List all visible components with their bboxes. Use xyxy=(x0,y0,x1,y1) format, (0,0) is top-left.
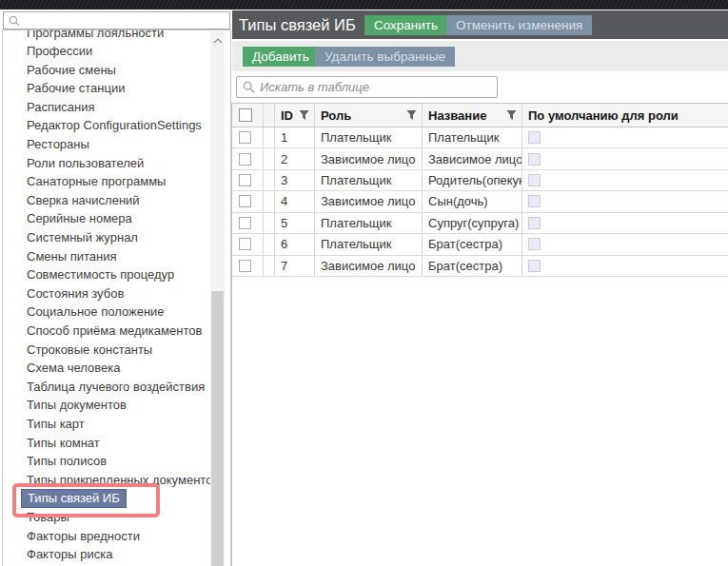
default-for-role-checkbox[interactable] xyxy=(528,131,541,144)
save-button[interactable]: Сохранить xyxy=(364,15,447,35)
row-checkbox[interactable] xyxy=(239,238,251,250)
column-header-id[interactable]: ID xyxy=(275,104,315,127)
row-checkbox[interactable] xyxy=(239,217,251,229)
cell-name[interactable]: Родитель(опекун) xyxy=(423,170,522,190)
cancel-changes-button[interactable]: Отменить изменения xyxy=(446,15,592,35)
sidebar-item-selected[interactable]: Типы связей ИБ xyxy=(3,489,210,508)
sidebar-item[interactable]: Редактор ConfigurationSettings xyxy=(3,116,210,135)
sidebar-item[interactable]: Санаторные программы xyxy=(3,172,210,191)
sidebar-item[interactable]: Смены питания xyxy=(3,247,210,266)
sidebar-item[interactable]: Типы карт xyxy=(3,415,210,434)
cell-id[interactable]: 4 xyxy=(275,191,315,211)
sidebar-item[interactable]: Рабочие смены xyxy=(3,61,210,80)
default-for-role-checkbox[interactable] xyxy=(528,217,541,229)
row-checkbox[interactable] xyxy=(239,153,251,166)
default-for-role-checkbox[interactable] xyxy=(528,195,541,207)
cell-id[interactable]: 2 xyxy=(275,148,315,168)
sidebar-item[interactable]: Типы комнат xyxy=(3,434,210,453)
grid-gap-column xyxy=(264,104,275,127)
table-row[interactable]: 6 Плательщик Брат(сестра) xyxy=(232,234,728,255)
cell-name[interactable]: Брат(сестра) xyxy=(423,234,522,254)
app-window: Программы лояльности Профессии Рабочие с… xyxy=(0,0,728,566)
default-for-role-checkbox[interactable] xyxy=(528,238,541,250)
sidebar-item[interactable]: Серийные номера xyxy=(3,209,210,228)
scrollbar-thumb[interactable] xyxy=(211,291,224,566)
sidebar-item[interactable]: Системный журнал xyxy=(3,228,210,247)
default-for-role-checkbox[interactable] xyxy=(528,153,541,166)
sidebar-item[interactable]: Строковые константы xyxy=(3,341,210,360)
panel-header: Типы связей ИБ Сохранить Отменить измене… xyxy=(232,10,728,39)
sidebar-item[interactable]: Социальное положение xyxy=(3,303,210,322)
cell-role[interactable]: Зависимое лицо xyxy=(315,191,423,211)
cell-role[interactable]: Плательщик xyxy=(315,127,423,147)
filter-icon[interactable] xyxy=(406,109,417,121)
table-search-input[interactable] xyxy=(260,80,497,94)
search-icon xyxy=(243,81,255,93)
row-checkbox[interactable] xyxy=(239,131,251,144)
cell-name[interactable]: Сын(дочь) xyxy=(423,191,522,211)
sidebar-item[interactable]: Схема человека xyxy=(3,359,210,378)
sidebar-item[interactable]: Профессии xyxy=(3,42,210,61)
cell-id[interactable]: 6 xyxy=(275,234,315,254)
cell-role[interactable]: Зависимое лицо xyxy=(315,256,423,276)
sidebar-list: Программы лояльности Профессии Рабочие с… xyxy=(2,29,231,566)
sidebar-search-input[interactable] xyxy=(24,13,229,28)
table-row[interactable]: 5 Плательщик Супруг(супруга) xyxy=(232,213,728,234)
grid-toolbar: Добавить Удалить выбранные xyxy=(232,41,728,71)
table-row[interactable]: 4 Зависимое лицо Сын(дочь) xyxy=(232,191,728,212)
sidebar-item[interactable]: Расписания xyxy=(3,98,210,117)
cell-name[interactable]: Брат(сестра) xyxy=(423,256,522,276)
cell-role[interactable]: Плательщик xyxy=(315,234,423,254)
row-checkbox[interactable] xyxy=(239,174,251,186)
sidebar-item[interactable]: Факторы риска xyxy=(3,545,210,564)
cell-id[interactable]: 5 xyxy=(275,213,315,233)
sidebar-item[interactable]: Факторы вредности xyxy=(3,527,210,546)
sidebar-item[interactable]: Типы прикрепленных документов xyxy=(3,471,210,490)
sidebar-item[interactable]: Совместимость процедур xyxy=(3,265,210,284)
cell-role[interactable]: Плательщик xyxy=(315,213,423,233)
sidebar-item[interactable]: Рабочие станции xyxy=(3,79,210,98)
sidebar-item[interactable]: Сверка начислений xyxy=(3,191,210,210)
sidebar-item[interactable]: Состояния зубов xyxy=(3,284,210,303)
filter-icon[interactable] xyxy=(299,109,309,121)
table-search[interactable] xyxy=(236,76,498,98)
sidebar-item[interactable]: Способ приёма медикаментов xyxy=(3,322,210,341)
data-grid: ID Роль Название По умолчанию для роли xyxy=(231,103,728,566)
row-checkbox[interactable] xyxy=(239,260,251,272)
table-row[interactable]: 7 Зависимое лицо Брат(сестра) xyxy=(232,256,728,277)
cell-name[interactable]: Супруг(супруга) xyxy=(423,213,522,233)
cell-id[interactable]: 3 xyxy=(275,170,315,190)
column-header-role[interactable]: Роль xyxy=(315,104,423,127)
sidebar-item[interactable]: Таблица лучевого воздействия xyxy=(3,378,210,397)
sidebar-search[interactable] xyxy=(3,11,230,29)
cell-role[interactable]: Плательщик xyxy=(315,170,423,190)
sidebar-scrollbar[interactable] xyxy=(210,31,225,566)
search-icon xyxy=(9,15,20,27)
row-checkbox[interactable] xyxy=(239,195,251,207)
sidebar-item[interactable]: Типы документов xyxy=(3,396,210,415)
sidebar-item[interactable]: Типы полисов xyxy=(3,452,210,471)
delete-selected-button[interactable]: Удалить выбранные xyxy=(315,47,455,67)
table-row[interactable]: 2 Зависимое лицо Зависимое лицо xyxy=(232,148,728,169)
column-header-name[interactable]: Название xyxy=(423,104,522,127)
default-for-role-checkbox[interactable] xyxy=(528,260,541,272)
add-button[interactable]: Добавить xyxy=(243,47,319,67)
default-for-role-checkbox[interactable] xyxy=(528,174,541,186)
column-header-default[interactable]: По умолчанию для роли xyxy=(522,104,728,127)
sidebar-item[interactable]: Рестораны xyxy=(3,135,210,154)
table-row[interactable]: 3 Плательщик Родитель(опекун) xyxy=(232,170,728,191)
filter-icon[interactable] xyxy=(506,109,517,121)
chevron-up-icon xyxy=(213,38,223,44)
scroll-up-button[interactable] xyxy=(210,34,225,48)
window-top-bar xyxy=(0,0,728,10)
select-all-checkbox[interactable] xyxy=(239,108,252,122)
cell-name[interactable]: Плательщик xyxy=(423,127,522,147)
cell-id[interactable]: 1 xyxy=(275,127,315,147)
cell-name[interactable]: Зависимое лицо xyxy=(423,148,522,168)
cell-id[interactable]: 7 xyxy=(275,256,315,276)
sidebar-item[interactable]: Роли пользователей xyxy=(3,154,210,173)
table-row[interactable]: 1 Плательщик Плательщик xyxy=(232,127,728,148)
sidebar-item[interactable]: Программы лояльности xyxy=(3,29,210,42)
sidebar-item[interactable]: Товары xyxy=(3,508,210,527)
cell-role[interactable]: Зависимое лицо xyxy=(315,148,423,168)
